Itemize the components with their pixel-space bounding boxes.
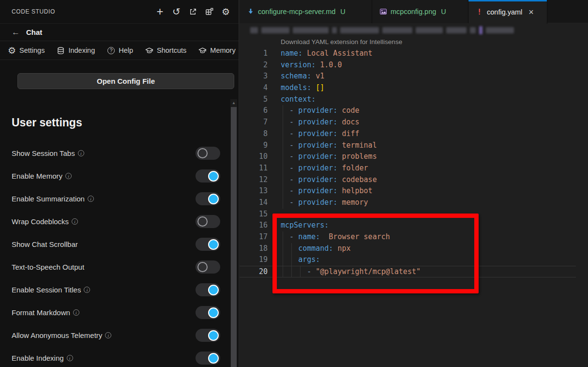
setting-row: Show Session Tabsi xyxy=(12,142,220,165)
setting-row: Allow Anonymous Telemetryi xyxy=(12,324,220,347)
code-line-2: 2version: 1.0.0 xyxy=(240,60,576,71)
indent-guide xyxy=(283,197,283,209)
indent-guide xyxy=(283,128,283,140)
setting-row: Enable Session Titlesi xyxy=(12,278,220,301)
info-icon[interactable]: i xyxy=(67,355,73,361)
info-icon[interactable]: i xyxy=(105,332,111,338)
setting-row: Show Chat Scrollbar xyxy=(12,233,220,256)
info-icon[interactable]: i xyxy=(88,196,94,202)
toggle-allow-anonymous-telemetry[interactable] xyxy=(196,329,220,342)
line-content: - provider: folder xyxy=(268,163,576,174)
indent-guide xyxy=(283,185,283,197)
toggle-format-markdown[interactable] xyxy=(196,306,220,319)
sidebar-item-settings[interactable]: ⚙Settings xyxy=(8,46,45,55)
toggle-enable-summarization[interactable] xyxy=(196,192,220,205)
editor-tab-configure-mcp-server.md[interactable]: configure-mcp-server.mdU xyxy=(240,0,372,23)
toggle-enable-memory[interactable] xyxy=(196,169,220,183)
plus-icon[interactable]: + xyxy=(155,7,165,17)
redacted-block xyxy=(479,26,482,34)
code-line-15: 15 xyxy=(240,209,576,220)
sidebar-item-indexing[interactable]: Indexing xyxy=(57,46,95,55)
line-content xyxy=(268,209,576,220)
sidebar-item-help[interactable]: ?Help xyxy=(107,46,133,55)
sidebar-header: CODE STUDIO +↺⚙ xyxy=(0,0,239,24)
sidebar-item-memory[interactable]: Memory xyxy=(198,46,235,55)
setting-row: Text-to-Speech Output xyxy=(12,256,220,278)
scrollbar-thumb[interactable] xyxy=(231,107,237,367)
info-icon[interactable]: i xyxy=(84,287,90,293)
line-content: context: xyxy=(268,94,576,106)
line-content: schema: v1 xyxy=(268,71,576,82)
redacted-block xyxy=(261,27,289,33)
line-number: 14 xyxy=(240,197,268,209)
code-line-1: 1name: Local Assistant xyxy=(240,48,576,60)
nav-item-label: Help xyxy=(119,46,133,54)
toggle-knob xyxy=(208,194,219,204)
layout-icon[interactable] xyxy=(204,7,214,17)
nav-item-label: Shortcuts xyxy=(157,46,186,54)
line-number: 9 xyxy=(240,140,268,152)
setting-label: Format Markdown xyxy=(12,308,70,317)
indent-guide xyxy=(283,243,283,255)
toggle-wrap-codeblocks[interactable] xyxy=(196,215,220,228)
line-content: - "@playwright/mcp@latest" xyxy=(268,266,576,277)
line-content: - provider: problems xyxy=(268,151,576,163)
redacted-block xyxy=(332,27,337,33)
indent-guide xyxy=(283,105,283,117)
line-number: 11 xyxy=(240,163,268,174)
nav-item-label: Indexing xyxy=(68,46,95,54)
toggle-knob xyxy=(208,285,219,295)
scrollbar-up-arrow-icon[interactable]: ▲ xyxy=(230,99,237,107)
info-icon[interactable]: i xyxy=(72,218,78,225)
indent-guide xyxy=(283,174,283,186)
setting-row: Wrap Codeblocksi xyxy=(12,210,220,233)
toggle-enable-session-titles[interactable] xyxy=(196,283,220,296)
indent-guide xyxy=(291,254,292,266)
tab-filename: config.yaml xyxy=(487,8,522,16)
line-content: - name: Browser search xyxy=(268,231,576,243)
line-content: mcpServers: xyxy=(268,220,576,231)
line-number: 12 xyxy=(240,174,268,186)
sidebar-nav: ⚙SettingsIndexing?HelpShortcutsMemory xyxy=(0,41,239,60)
line-number: 15 xyxy=(240,209,268,220)
toggle-show-chat-scrollbar[interactable] xyxy=(196,238,220,251)
line-number: 5 xyxy=(240,94,268,106)
user-settings-list: Show Session TabsiEnable MemoryiEnable S… xyxy=(12,142,220,367)
setting-row: Format Markdowni xyxy=(12,301,220,324)
redacted-block xyxy=(416,27,443,33)
info-icon[interactable]: i xyxy=(73,309,79,316)
code-line-11: 11 - provider: folder xyxy=(240,163,576,174)
indent-guide xyxy=(283,163,283,174)
editor-tab-mcpconfig.png[interactable]: mcpconfig.pngU xyxy=(372,0,468,23)
line-content: - provider: diff xyxy=(268,128,576,140)
tab-close-icon[interactable]: × xyxy=(528,8,534,16)
line-number: 19 xyxy=(240,254,268,266)
open-external-icon[interactable] xyxy=(188,7,198,17)
redacted-block xyxy=(446,27,467,33)
line-number: 7 xyxy=(240,117,268,128)
markdown-down-arrow-icon xyxy=(246,8,255,16)
toggle-enable-indexing[interactable] xyxy=(196,352,220,365)
yaml-extension-hint[interactable]: Download YAML extension for Intellisense xyxy=(240,37,588,48)
setting-row: Enable Memoryi xyxy=(12,165,220,187)
code-line-17: 17 - name: Browser search xyxy=(240,231,576,243)
back-arrow-icon[interactable]: ← xyxy=(12,28,20,37)
line-content: - provider: memory xyxy=(268,197,576,209)
database-icon xyxy=(57,46,65,55)
gear-icon[interactable]: ⚙ xyxy=(221,7,231,17)
indent-guide xyxy=(283,151,283,163)
info-icon[interactable]: i xyxy=(78,150,84,156)
sidebar-item-shortcuts[interactable]: Shortcuts xyxy=(145,46,186,55)
sidebar-scrollbar[interactable]: ▲ xyxy=(230,99,237,367)
editor-tab-config.yaml[interactable]: !config.yaml× xyxy=(468,0,547,24)
history-icon[interactable]: ↺ xyxy=(171,7,181,17)
tab-modified-badge: U xyxy=(441,8,446,15)
info-icon[interactable]: i xyxy=(65,173,72,179)
line-number: 2 xyxy=(240,60,268,71)
code-area[interactable]: 1name: Local Assistant2version: 1.0.03sc… xyxy=(240,48,588,277)
line-number: 16 xyxy=(240,220,268,231)
open-config-file-button[interactable]: Open Config File xyxy=(17,73,234,89)
indent-guide xyxy=(291,243,292,255)
toggle-show-session-tabs[interactable] xyxy=(196,147,220,160)
toggle-text-to-speech-output[interactable] xyxy=(196,260,220,274)
